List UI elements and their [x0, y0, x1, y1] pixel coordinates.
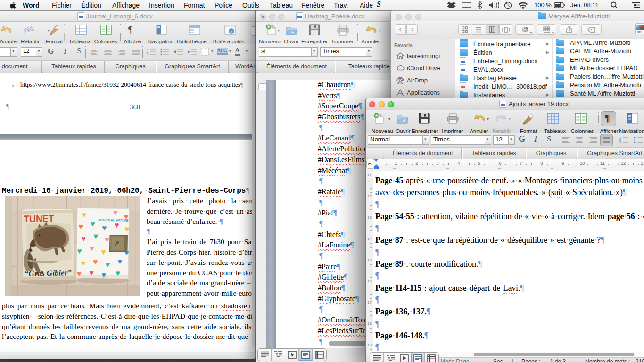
svg-text:♥: ♥ [101, 271, 106, 280]
svg-text:♥: ♥ [81, 259, 85, 268]
svg-text:♥: ♥ [78, 222, 83, 231]
svg-text:♥: ♥ [93, 232, 98, 241]
svg-text:♥: ♥ [124, 213, 129, 222]
svg-text:3: 3 [147, 53, 148, 56]
svg-text:♥: ♥ [89, 269, 94, 278]
svg-text:“Gros Gibier”: “Gros Gibier” [25, 268, 72, 278]
svg-text:♥: ♥ [90, 220, 95, 229]
svg-text:♥: ♥ [113, 208, 118, 217]
svg-text:♥: ♥ [117, 257, 122, 266]
svg-text:♥: ♥ [82, 210, 86, 219]
svg-text:♥: ♥ [105, 260, 110, 269]
svg-text:♥: ♥ [101, 247, 106, 256]
svg-text:♥: ♥ [77, 247, 82, 255]
svg-text:♥: ♥ [93, 257, 98, 266]
svg-text:♥: ♥ [116, 269, 120, 278]
svg-text:♥: ♥ [90, 244, 94, 253]
svg-text:♥: ♥ [81, 234, 86, 243]
svg-text:♥: ♥ [77, 269, 82, 278]
svg-text:3: 3 [619, 141, 621, 144]
svg-text:♥: ♥ [105, 235, 109, 244]
svg-text:♥: ♥ [102, 223, 107, 232]
svg-text:♥: ♥ [114, 221, 119, 230]
svg-text:♥: ♥ [124, 225, 129, 234]
